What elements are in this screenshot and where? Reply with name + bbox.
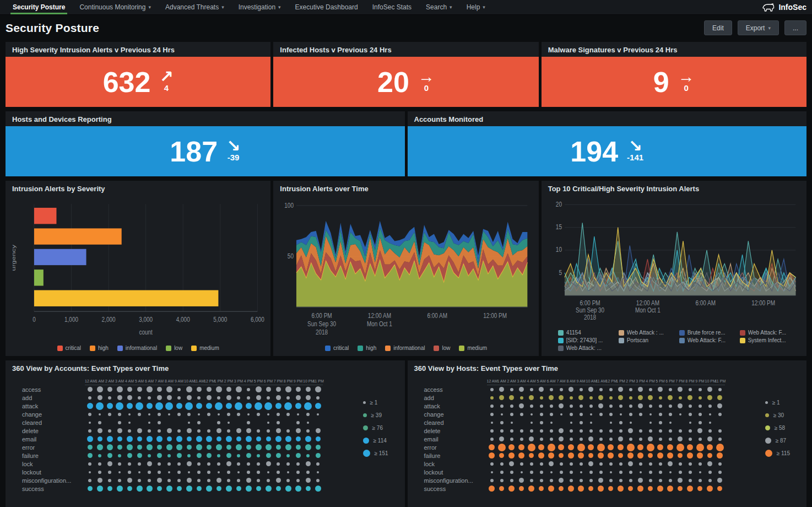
punch-bubble[interactable] (187, 454, 191, 457)
punch-bubble[interactable] (207, 453, 212, 458)
punch-legend-item-76[interactable]: ≥ 76 (363, 423, 388, 433)
punch-bubble[interactable] (598, 395, 603, 400)
punch-bubble[interactable] (247, 421, 250, 424)
punch-bubble[interactable] (707, 436, 712, 441)
punch-bubble[interactable] (285, 386, 291, 392)
punch-bubble[interactable] (89, 471, 91, 473)
punch-bubble[interactable] (137, 436, 142, 441)
punch-bubble[interactable] (306, 478, 311, 483)
punch-bubble[interactable] (277, 421, 280, 424)
punch-bubble[interactable] (317, 471, 319, 473)
punch-bubble[interactable] (570, 471, 573, 474)
punch-bubble[interactable] (578, 486, 584, 492)
punch-bubble[interactable] (490, 479, 494, 482)
punch-bubble[interactable] (176, 403, 182, 409)
punch-bubble[interactable] (127, 436, 133, 442)
punch-bubble[interactable] (316, 436, 321, 441)
punch-bubble[interactable] (107, 403, 113, 409)
punch-bubble[interactable] (257, 462, 260, 466)
punch-bubble[interactable] (718, 462, 722, 466)
punch-bubble[interactable] (98, 454, 101, 457)
punch-bubble[interactable] (217, 462, 220, 466)
punch-bubble[interactable] (88, 479, 91, 482)
punch-legend-item-114[interactable]: ≥ 114 (363, 435, 388, 445)
punch-bubble[interactable] (197, 479, 201, 482)
punch-bubble[interactable] (138, 462, 141, 466)
punch-bubble[interactable] (659, 413, 662, 416)
top10-alerts-chart[interactable]: 51015206:00 PMSun Sep 30201812:00 AMMon … (545, 197, 803, 328)
punch-bubble[interactable] (599, 462, 603, 466)
punch-bubble[interactable] (276, 486, 281, 491)
punch-bubble[interactable] (697, 428, 702, 433)
punch-bubble[interactable] (490, 388, 494, 391)
punch-bubble[interactable] (107, 387, 112, 392)
punch-bubble[interactable] (510, 404, 513, 408)
punch-bubble[interactable] (98, 478, 102, 483)
punch-bubble[interactable] (237, 479, 240, 482)
punch-bubble[interactable] (246, 428, 251, 433)
punch-bubble[interactable] (589, 479, 593, 482)
brand[interactable]: InfoSec (761, 0, 806, 14)
punch-bubble[interactable] (156, 436, 163, 442)
punch-bubble[interactable] (88, 429, 91, 433)
punch-bubble[interactable] (559, 436, 564, 441)
punch-bubble[interactable] (540, 404, 543, 408)
punch-bubble[interactable] (630, 422, 632, 424)
punch-bubble[interactable] (669, 422, 672, 424)
punch-bubble[interactable] (609, 413, 613, 416)
punch-bubble[interactable] (167, 454, 171, 457)
punch-bubble[interactable] (286, 479, 290, 482)
punch-bubble[interactable] (568, 452, 574, 459)
punch-bubble[interactable] (177, 429, 181, 433)
punch-bubble[interactable] (491, 422, 493, 424)
punch-bubble[interactable] (540, 462, 543, 466)
punch-bubble[interactable] (508, 444, 515, 450)
punch-bubble[interactable] (510, 471, 513, 474)
punch-bubble[interactable] (669, 479, 672, 482)
punch-bubble[interactable] (618, 444, 624, 450)
punch-bubble[interactable] (590, 413, 592, 416)
punch-bubble[interactable] (276, 445, 281, 450)
punch-bubble[interactable] (207, 387, 212, 392)
punch-bubble[interactable] (550, 404, 553, 408)
severity-bar-chart[interactable]: 01,0002,0003,0004,0005,0006,000counturge… (9, 197, 267, 344)
punch-bubble[interactable] (256, 436, 261, 441)
punch-bubble[interactable] (117, 436, 122, 441)
punch-bubble[interactable] (138, 413, 141, 416)
punch-bubble[interactable] (639, 429, 642, 433)
punch-bubble[interactable] (246, 453, 251, 458)
punch-bubble[interactable] (508, 486, 515, 492)
punch-bubble[interactable] (187, 436, 192, 441)
punch-bubble[interactable] (257, 413, 260, 416)
legend-item-web-attack-f[interactable]: Web Attack: F... (740, 330, 795, 336)
punch-bubble[interactable] (317, 413, 319, 416)
punch-bubble[interactable] (490, 462, 494, 466)
punch-legend-item-115[interactable]: ≥ 115 (765, 448, 790, 458)
punch-bubble[interactable] (165, 402, 173, 410)
punch-bubble[interactable] (88, 387, 93, 392)
punch-bubble[interactable] (669, 404, 672, 408)
punch-bubble[interactable] (177, 396, 181, 400)
punch-bubble[interactable] (157, 486, 162, 491)
punch-bubble[interactable] (580, 421, 583, 424)
punch-bubble[interactable] (529, 395, 534, 400)
punch-bubble[interactable] (256, 395, 261, 400)
punch-bubble[interactable] (649, 404, 652, 408)
punch-bubble[interactable] (609, 388, 613, 391)
more-button[interactable]: ... (784, 20, 806, 35)
legend-item-high[interactable]: high (90, 345, 109, 351)
punch-bubble[interactable] (118, 421, 121, 424)
punch-bubble[interactable] (267, 479, 270, 482)
punch-bubble[interactable] (315, 386, 321, 392)
punch-bubble[interactable] (549, 461, 554, 466)
punch-bubble[interactable] (246, 445, 251, 450)
punch-bubble[interactable] (519, 486, 524, 491)
punch-bubble[interactable] (637, 452, 643, 459)
punch-bubble[interactable] (148, 479, 151, 482)
punch-bubble[interactable] (639, 462, 642, 466)
punch-bubble[interactable] (306, 413, 310, 416)
punch-bubble[interactable] (236, 436, 241, 441)
punch-bubble[interactable] (678, 387, 683, 392)
punch-bubble[interactable] (647, 444, 654, 451)
punch-bubble[interactable] (580, 404, 583, 408)
